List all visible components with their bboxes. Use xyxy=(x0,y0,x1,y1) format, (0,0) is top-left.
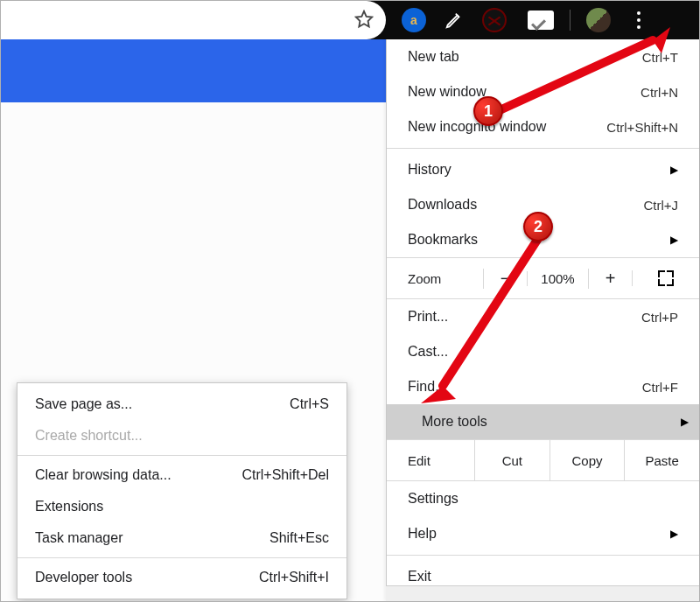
menu-label: Exit xyxy=(408,569,678,584)
menu-label: Settings xyxy=(408,491,678,507)
blocker-extension-icon[interactable] xyxy=(482,8,507,32)
menu-separator xyxy=(18,557,346,558)
edit-cut-button[interactable]: Cut xyxy=(474,440,550,480)
menu-edit-row: Edit Cut Copy Paste xyxy=(387,439,699,481)
shortcut-label: Ctrl+T xyxy=(642,50,678,65)
zoom-in-button[interactable]: + xyxy=(588,269,632,289)
chevron-right-icon: ▶ xyxy=(670,164,678,176)
submenu-developer-tools[interactable]: Developer tools Ctrl+Shift+I xyxy=(18,562,346,593)
menu-label: New incognito window xyxy=(408,119,606,135)
edit-paste-button[interactable]: Paste xyxy=(624,440,699,480)
shortcut-label: Ctrl+Shift+I xyxy=(259,570,329,585)
save-extension-icon[interactable] xyxy=(528,10,554,30)
shortcut-label: Ctrl+Shift+Del xyxy=(242,467,329,483)
menu-label: Task manager xyxy=(35,530,123,546)
menu-find[interactable]: Find... Ctrl+F xyxy=(387,369,699,404)
shortcut-label: Ctrl+F xyxy=(642,380,678,395)
menu-label: New window xyxy=(408,84,640,100)
menu-label: Find... xyxy=(408,379,642,395)
menu-separator xyxy=(387,148,699,149)
menu-incognito[interactable]: New incognito window Ctrl+Shift+N xyxy=(387,109,699,144)
menu-help[interactable]: Help ▶ xyxy=(387,516,699,551)
menu-label: New tab xyxy=(408,49,642,65)
menu-label: Print... xyxy=(408,309,641,325)
chevron-right-icon: ▶ xyxy=(670,234,678,246)
menu-cast[interactable]: Cast... xyxy=(387,334,699,369)
submenu-save-as[interactable]: Save page as... Ctrl+S xyxy=(18,388,346,420)
amazon-extension-icon[interactable]: a xyxy=(402,8,426,32)
shortcut-label: Shift+Esc xyxy=(270,530,329,546)
edit-extension-icon[interactable] xyxy=(442,8,466,32)
more-menu-button[interactable] xyxy=(626,8,651,32)
menu-history[interactable]: History ▶ xyxy=(387,152,699,187)
menu-separator xyxy=(18,455,346,456)
zoom-value: 100% xyxy=(527,271,588,286)
edit-label: Edit xyxy=(387,440,474,480)
page-banner xyxy=(1,39,386,102)
menu-new-window[interactable]: New window Ctrl+N xyxy=(387,74,699,109)
menu-label: Developer tools xyxy=(35,570,132,585)
chevron-right-icon: ▶ xyxy=(681,416,689,428)
menu-zoom-row: Zoom − 100% + xyxy=(387,257,699,299)
profile-avatar-icon[interactable] xyxy=(586,8,611,32)
omnibox[interactable] xyxy=(1,1,386,39)
menu-downloads[interactable]: Downloads Ctrl+J xyxy=(387,187,699,222)
menu-label: Clear browsing data... xyxy=(35,467,172,483)
chrome-main-menu: New tab Ctrl+T New window Ctrl+N New inc… xyxy=(386,39,699,601)
menu-separator xyxy=(387,555,699,556)
shortcut-label: Ctrl+N xyxy=(640,85,678,100)
edit-copy-button[interactable]: Copy xyxy=(550,440,625,480)
shortcut-label: Ctrl+S xyxy=(290,396,329,412)
menu-label: Downloads xyxy=(408,197,643,213)
menu-more-tools[interactable]: More tools ▶ xyxy=(387,404,699,439)
shortcut-label: Ctrl+J xyxy=(643,198,678,213)
menu-label: History xyxy=(408,162,662,178)
zoom-label: Zoom xyxy=(387,271,483,286)
fullscreen-icon xyxy=(658,270,674,286)
submenu-task-manager[interactable]: Task manager Shift+Esc xyxy=(18,522,346,554)
submenu-extensions[interactable]: Extensions xyxy=(18,491,346,522)
menu-label: Help xyxy=(408,526,662,542)
menu-label: Create shortcut... xyxy=(35,428,143,444)
bottom-strip xyxy=(386,585,699,601)
menu-settings[interactable]: Settings xyxy=(387,481,699,516)
menu-label: Cast... xyxy=(408,344,678,360)
menu-bookmarks[interactable]: Bookmarks ▶ xyxy=(387,222,699,257)
menu-new-tab[interactable]: New tab Ctrl+T xyxy=(387,39,699,74)
menu-label: More tools xyxy=(422,414,672,430)
shortcut-label: Ctrl+P xyxy=(641,310,678,325)
browser-toolbar: a xyxy=(1,1,699,39)
menu-label: Save page as... xyxy=(35,396,132,412)
submenu-clear-data[interactable]: Clear browsing data... Ctrl+Shift+Del xyxy=(18,459,346,491)
chevron-right-icon: ▶ xyxy=(670,528,678,540)
submenu-create-shortcut: Create shortcut... xyxy=(18,420,346,452)
more-tools-submenu: Save page as... Ctrl+S Create shortcut..… xyxy=(17,382,347,599)
menu-label: Extensions xyxy=(35,499,103,514)
menu-print[interactable]: Print... Ctrl+P xyxy=(387,299,699,334)
toolbar-separator xyxy=(570,10,570,31)
menu-label: Bookmarks xyxy=(408,232,662,248)
extension-area: a xyxy=(386,1,699,39)
zoom-out-button[interactable]: − xyxy=(483,269,527,289)
star-icon[interactable] xyxy=(354,10,374,32)
fullscreen-button[interactable] xyxy=(632,270,699,286)
shortcut-label: Ctrl+Shift+N xyxy=(606,120,678,135)
